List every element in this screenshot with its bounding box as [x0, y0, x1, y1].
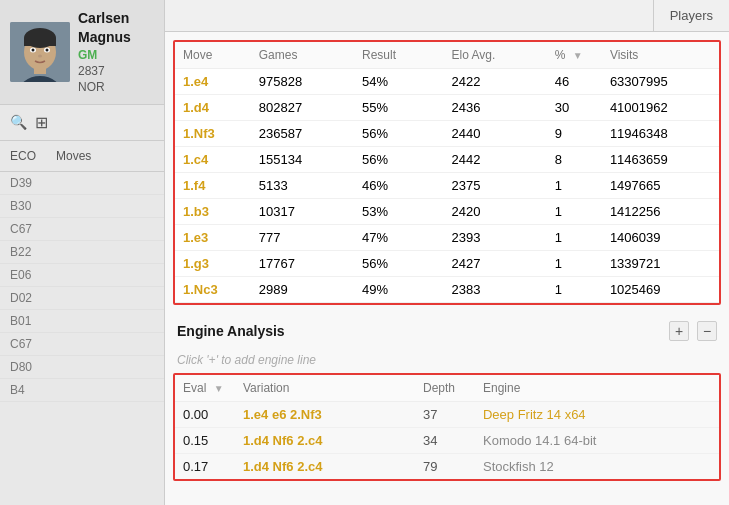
- header-result: Result: [354, 42, 444, 69]
- games-cell: 17767: [251, 251, 354, 277]
- engine-remove-button[interactable]: −: [697, 321, 717, 341]
- elo-cell: 2375: [444, 173, 547, 199]
- list-item[interactable]: B01: [0, 310, 164, 333]
- move-cell[interactable]: 1.g3: [175, 251, 251, 277]
- sort-arrow-icon: ▼: [573, 50, 583, 61]
- sidebar-labels: ECO Moves: [0, 141, 164, 172]
- header-games: Games: [251, 42, 354, 69]
- player-last-name: Magnus: [78, 29, 131, 46]
- list-item[interactable]: B22: [0, 241, 164, 264]
- pct-cell: 1: [547, 173, 602, 199]
- player-country: NOR: [78, 80, 131, 94]
- list-item[interactable]: D39: [0, 172, 164, 195]
- list-item[interactable]: C67: [0, 218, 164, 241]
- eco-code: B4: [10, 383, 40, 397]
- visits-cell: 11946348: [602, 121, 719, 147]
- pct-cell: 1: [547, 277, 602, 303]
- elo-cell: 2440: [444, 121, 547, 147]
- table-row: 0.00 1.e4 e6 2.Nf3 37 Deep Fritz 14 x64: [175, 402, 719, 428]
- eco-code: D80: [10, 360, 40, 374]
- elo-cell: 2420: [444, 199, 547, 225]
- move-cell[interactable]: 1.e3: [175, 225, 251, 251]
- games-cell: 2989: [251, 277, 354, 303]
- header-elo: Elo Avg.: [444, 42, 547, 69]
- svg-rect-5: [24, 38, 56, 46]
- pct-cell: 8: [547, 147, 602, 173]
- table-row: 1.f4 5133 46% 2375 1 1497665: [175, 173, 719, 199]
- table-row: 1.b3 10317 53% 2420 1 1412256: [175, 199, 719, 225]
- result-cell: 56%: [354, 251, 444, 277]
- list-item[interactable]: D80: [0, 356, 164, 379]
- depth-cell: 37: [415, 402, 475, 428]
- player-title: GM: [78, 48, 131, 62]
- eco-code: C67: [10, 337, 40, 351]
- list-item[interactable]: B30: [0, 195, 164, 218]
- eval-cell: 0.00: [175, 402, 235, 428]
- eco-label: ECO: [10, 149, 36, 163]
- variation-cell[interactable]: 1.d4 Nf6 2.c4: [235, 428, 415, 454]
- visits-cell: 11463659: [602, 147, 719, 173]
- engine-table-wrapper: Eval ▼ Variation Depth Engine 0.00 1.e4 …: [173, 373, 721, 481]
- engine-add-button[interactable]: +: [669, 321, 689, 341]
- moves-table: Move Games Result Elo Avg. % ▼: [175, 42, 719, 303]
- board-icon[interactable]: ⊞: [35, 113, 48, 132]
- games-cell: 802827: [251, 95, 354, 121]
- moves-section: Move Games Result Elo Avg. % ▼: [173, 40, 721, 305]
- move-cell[interactable]: 1.Nc3: [175, 277, 251, 303]
- table-row: 1.Nf3 236587 56% 2440 9 11946348: [175, 121, 719, 147]
- search-icon[interactable]: 🔍: [10, 114, 27, 130]
- tab-players[interactable]: Players: [653, 0, 729, 31]
- visits-cell: 1025469: [602, 277, 719, 303]
- elo-cell: 2427: [444, 251, 547, 277]
- eco-list: D39 B30 C67 B22 E06 D02 B01 C67 D80 B4: [0, 172, 164, 505]
- visits-cell: 63307995: [602, 69, 719, 95]
- variation-cell[interactable]: 1.d4 Nf6 2.c4: [235, 454, 415, 480]
- eco-code: E06: [10, 268, 40, 282]
- sidebar: Carlsen Magnus GM 2837 NOR 🔍 ⊞ ECO Moves…: [0, 0, 165, 505]
- elo-cell: 2436: [444, 95, 547, 121]
- engine-header: Engine Analysis + −: [173, 313, 721, 349]
- eco-code: B30: [10, 199, 40, 213]
- variation-cell[interactable]: 1.e4 e6 2.Nf3: [235, 402, 415, 428]
- move-cell[interactable]: 1.Nf3: [175, 121, 251, 147]
- result-cell: 47%: [354, 225, 444, 251]
- list-item[interactable]: B4: [0, 379, 164, 402]
- table-header-row: Move Games Result Elo Avg. % ▼: [175, 42, 719, 69]
- pct-cell: 1: [547, 199, 602, 225]
- sidebar-search-row: 🔍 ⊞: [0, 105, 164, 141]
- eco-code: D02: [10, 291, 40, 305]
- move-cell[interactable]: 1.b3: [175, 199, 251, 225]
- move-cell[interactable]: 1.e4: [175, 69, 251, 95]
- result-cell: 49%: [354, 277, 444, 303]
- result-cell: 56%: [354, 147, 444, 173]
- move-cell[interactable]: 1.d4: [175, 95, 251, 121]
- games-cell: 5133: [251, 173, 354, 199]
- player-rating: 2837: [78, 64, 131, 78]
- engine-name-cell: Deep Fritz 14 x64: [475, 402, 719, 428]
- elo-cell: 2393: [444, 225, 547, 251]
- visits-cell: 1412256: [602, 199, 719, 225]
- table-row: 1.e3 777 47% 2393 1 1406039: [175, 225, 719, 251]
- move-cell[interactable]: 1.f4: [175, 173, 251, 199]
- result-cell: 55%: [354, 95, 444, 121]
- result-cell: 53%: [354, 199, 444, 225]
- top-tabs: Players: [165, 0, 729, 32]
- elo-cell: 2383: [444, 277, 547, 303]
- header-pct: % ▼: [547, 42, 602, 69]
- player-card: Carlsen Magnus GM 2837 NOR: [0, 0, 164, 105]
- svg-point-9: [46, 48, 49, 51]
- engine-header-row: Eval ▼ Variation Depth Engine: [175, 375, 719, 402]
- list-item[interactable]: E06: [0, 264, 164, 287]
- pct-cell: 9: [547, 121, 602, 147]
- pct-cell: 30: [547, 95, 602, 121]
- move-cell[interactable]: 1.c4: [175, 147, 251, 173]
- list-item[interactable]: C67: [0, 333, 164, 356]
- eco-code: C67: [10, 222, 40, 236]
- table-row: 1.c4 155134 56% 2442 8 11463659: [175, 147, 719, 173]
- list-item[interactable]: D02: [0, 287, 164, 310]
- engine-section: Engine Analysis + − Click '+' to add eng…: [173, 313, 721, 481]
- games-cell: 777: [251, 225, 354, 251]
- table-row: 0.15 1.d4 Nf6 2.c4 34 Komodo 14.1 64-bit: [175, 428, 719, 454]
- engine-table: Eval ▼ Variation Depth Engine 0.00 1.e4 …: [175, 375, 719, 479]
- engine-header-depth: Depth: [415, 375, 475, 402]
